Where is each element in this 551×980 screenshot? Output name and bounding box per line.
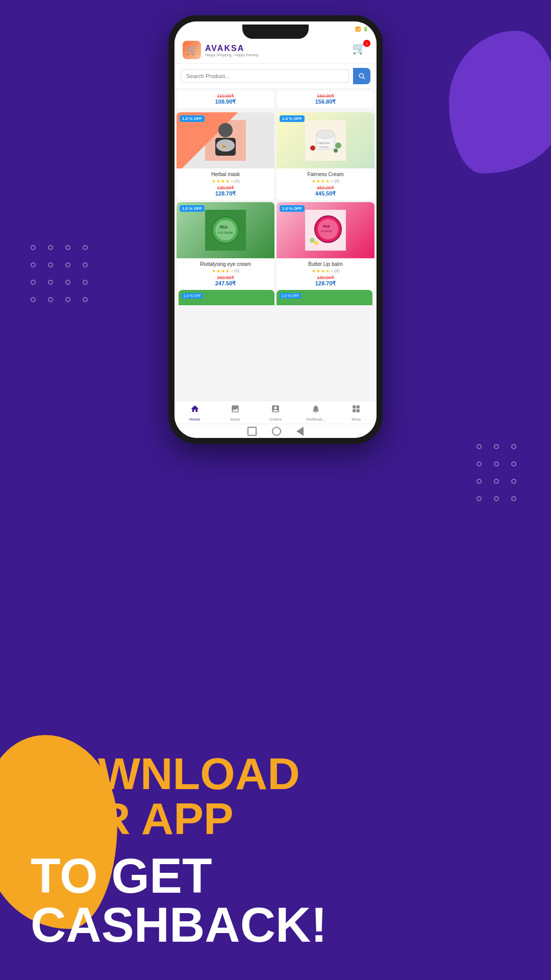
search-input[interactable] [181,69,349,83]
off-badge-2: 1.0 % OFF [280,115,305,122]
off-badge-4: 1.0 % OFF [280,205,305,212]
svg-text:RIA: RIA [220,225,228,230]
product-name-fairness-cream: Fairness Cream [281,172,370,177]
svg-point-13 [335,142,341,149]
partial-card-2: 1.0 % OFF [277,290,372,305]
phone-notch [242,24,309,39]
svg-point-3 [218,123,233,137]
app-content: 🛒 AVAKSA Happy Shopping - Happy Earning … [174,37,377,438]
logo-icon: 🛒 [183,41,201,59]
logo-text-area: AVAKSA Happy Shopping - Happy Earning [205,44,258,57]
product-card-lip-balm[interactable]: 1.0 % OFF RIA LIP BALM [277,202,374,290]
android-back-btn[interactable] [296,427,304,436]
off-badge-1: 1.0 % OFF [180,115,205,122]
svg-point-14 [334,149,338,153]
nav-label-orders: Orders [269,417,282,422]
original-price-herbal-mask: 130.00₹ [181,185,270,190]
nav-label-more: More [352,417,361,422]
star-5: ★ [230,179,234,184]
svg-point-25 [310,238,315,243]
cashback-line1: TO GET [31,851,520,900]
price-area-herbal-mask: 130.00₹ 128.70₹ [181,185,270,197]
svg-text:LIP BALM: LIP BALM [320,230,332,233]
stars-herbal-mask: ★ ★ ★ ★ ★ (0) [181,179,270,184]
products-scroll: 1.0 % OFF 🐆 [174,110,377,401]
nav-item-more[interactable]: More [336,404,377,422]
svg-text:Cream: Cream [319,145,329,149]
svg-text:EYE CREAM: EYE CREAM [218,231,233,234]
product-name-herbal-mask: Herbal mask [181,172,270,177]
original-price-fairness-cream: 450.00₹ [281,185,370,190]
star-2: ★ [216,179,220,184]
sale-price-lip-balm: 128.70₹ [281,280,370,287]
product-name-eye-cream: Rivitalysing eye cream [181,261,270,267]
logo-name: AVAKSA [205,44,258,53]
top-original-2: 160.00₹ [280,93,371,99]
rating-count-3: (0) [235,268,240,274]
price-area-fairness-cream: 450.00₹ 445.50₹ [281,185,370,197]
android-square-btn[interactable] [247,427,257,436]
products-grid: 1.0 % OFF 🐆 [177,112,374,290]
svg-point-22 [318,219,338,239]
cashback-text: TO GET CASHBACK! [31,851,520,949]
product-info-lip-balm: Butter Lip balm ★ ★ ★ ★ ★ (0) [277,258,374,290]
android-home-btn[interactable] [272,427,281,436]
svg-point-26 [314,241,318,245]
nav-item-notifications[interactable]: Notificati... [296,404,336,422]
top-price-card-1[interactable]: 110.00₹ 108.90₹ [177,90,274,108]
orders-icon [271,404,280,416]
bottom-section: DOWNLOAD OUR APP TO GET CASHBACK! [0,731,551,980]
rating-count-4: (0) [335,268,340,274]
products-partial-row: 1.0 % OFF 1.0 % OFF [177,290,374,305]
notifications-icon [311,404,320,416]
price-area-eye-cream: 250.00₹ 247.50₹ [181,275,270,287]
inbox-icon [231,404,240,416]
home-icon [190,404,199,416]
stars-lip-balm: ★ ★ ★ ★ ★ (0) [281,268,370,274]
nav-item-inbox[interactable]: Inbox [215,404,255,422]
off-badge-3: 1.0 % OFF [180,205,205,212]
star-1: ★ [212,179,216,184]
nav-item-home[interactable]: Home [174,404,215,422]
rating-count-2: (0) [335,179,340,184]
more-icon [352,404,361,416]
svg-point-0 [359,74,363,78]
nav-label-notifications: Notificati... [307,417,325,422]
download-text: DOWNLOAD OUR APP [31,751,520,841]
download-line2: OUR APP [31,796,520,841]
svg-text:Fairness: Fairness [318,141,330,144]
product-name-lip-balm: Butter Lip balm [281,261,370,267]
rating-count-1: (0) [235,179,240,184]
phone-mockup: 📶 🔋 🛒 AVAKSA Happy Shopping - Happy Earn… [168,15,383,444]
top-sale-1: 108.90₹ [180,99,271,105]
top-price-card-2[interactable]: 160.00₹ 156.80₹ [277,90,374,108]
sale-price-fairness-cream: 445.50₹ [281,190,370,197]
app-header: 🛒 AVAKSA Happy Shopping - Happy Earning … [174,37,377,64]
sale-price-eye-cream: 247.50₹ [181,280,270,287]
product-info-eye-cream: Rivitalysing eye cream ★ ★ ★ ★ ★ (0) [177,258,274,290]
partial-badge-2: 1.0 % OFF [280,293,301,299]
battery-icon: 🔋 [363,27,368,32]
original-price-eye-cream: 250.00₹ [181,275,270,280]
top-sale-2: 156.80₹ [280,99,371,105]
product-card-eye-cream[interactable]: 1.0 % OFF RIA EYE CREAM [177,202,274,290]
product-card-herbal-mask[interactable]: 1.0 % OFF 🐆 [177,112,274,200]
product-card-fairness-cream[interactable]: 1.0 % OFF Fairness Cream [277,112,374,200]
svg-text:🐆: 🐆 [221,143,227,149]
nav-item-orders[interactable]: Orders [255,404,295,422]
logo-tagline: Happy Shopping - Happy Earning [205,53,258,57]
search-bar [174,64,377,88]
cashback-line2: CASHBACK! [31,900,520,949]
download-line1: DOWNLOAD [31,751,520,796]
sale-price-herbal-mask: 128.70₹ [181,190,270,197]
search-button[interactable] [353,68,370,84]
signal-icon: 📶 [355,27,361,32]
product-info-herbal-mask: Herbal mask ★ ★ ★ ★ ★ (0) [177,168,274,200]
partial-badge-1: 1.0 % OFF [182,293,203,299]
cart-button[interactable]: 🛒 1 [352,42,368,58]
partial-card-1: 1.0 % OFF [179,290,274,305]
star-3: ★ [221,179,225,184]
phone-outer: 📶 🔋 🛒 AVAKSA Happy Shopping - Happy Earn… [168,15,383,444]
stars-eye-cream: ★ ★ ★ ★ ★ (0) [181,268,270,274]
status-icons: 📶 🔋 [355,27,368,32]
